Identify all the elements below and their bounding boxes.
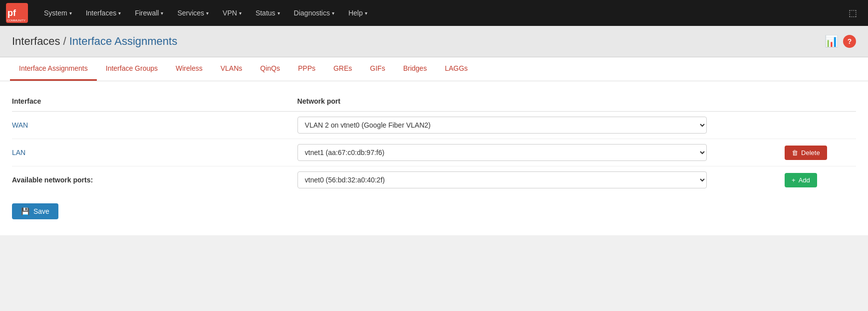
assignments-table: Interface Network port WAN VLAN 2 on vtn…	[12, 93, 856, 193]
nav-item-interfaces[interactable]: Interfaces ▾	[80, 6, 127, 20]
interface-cell-lan: LAN	[12, 139, 297, 166]
tab-bridges[interactable]: Bridges	[394, 57, 436, 81]
main-content: Interface Network port WAN VLAN 2 on vtn…	[0, 81, 868, 235]
available-ports-label-cell: Available network ports:	[12, 166, 297, 194]
brand-logo: pf COMMUNITY	[6, 3, 28, 23]
header-icons: 📊 ?	[825, 35, 856, 48]
delete-button[interactable]: 🗑 Delete	[785, 146, 827, 160]
trash-icon: 🗑	[792, 149, 798, 156]
save-icon: 💾	[21, 207, 29, 215]
port-cell-lan: vtnet1 (aa:67:c0:db:97:f6) VLAN 2 on vtn…	[297, 139, 785, 166]
nav-item-services[interactable]: Services ▾	[171, 6, 215, 20]
table-row: LAN vtnet1 (aa:67:c0:db:97:f6) VLAN 2 on…	[12, 139, 856, 166]
col-header-action	[785, 93, 856, 112]
nav-item-vpn[interactable]: VPN ▾	[217, 6, 248, 20]
available-ports-select-cell: vtnet0 (56:bd:32:a0:40:2f) VLAN 2 on vtn…	[297, 166, 785, 194]
logout-icon[interactable]: ⬚	[844, 5, 862, 21]
tab-gifs[interactable]: GIFs	[361, 57, 394, 81]
svg-text:pf: pf	[7, 8, 16, 18]
lan-port-select[interactable]: vtnet1 (aa:67:c0:db:97:f6) VLAN 2 on vtn…	[297, 144, 707, 161]
tabs: Interface Assignments Interface Groups W…	[10, 57, 858, 81]
nav-item-firewall[interactable]: Firewall ▾	[129, 6, 169, 20]
tab-vlans[interactable]: VLANs	[212, 57, 252, 81]
table-row: WAN VLAN 2 on vtnet0 (Google Fiber VLAN2…	[12, 112, 856, 139]
nav-item-help[interactable]: Help ▾	[342, 6, 373, 20]
help-icon[interactable]: ?	[843, 35, 856, 48]
available-ports-label: Available network ports:	[12, 176, 93, 184]
port-cell-wan: VLAN 2 on vtnet0 (Google Fiber VLAN2) vt…	[297, 112, 785, 139]
navbar: pf COMMUNITY System ▾ Interfaces ▾ Firew…	[0, 0, 868, 26]
wan-link[interactable]: WAN	[12, 121, 28, 129]
chart-icon[interactable]: 📊	[825, 35, 838, 48]
tab-interface-assignments[interactable]: Interface Assignments	[10, 57, 97, 81]
tab-laggs[interactable]: LAGGs	[436, 57, 477, 81]
wan-port-select[interactable]: VLAN 2 on vtnet0 (Google Fiber VLAN2) vt…	[297, 117, 707, 134]
action-cell-wan	[785, 112, 856, 139]
col-header-interface: Interface	[12, 93, 297, 112]
save-button[interactable]: 💾 Save	[12, 203, 58, 219]
plus-icon: +	[792, 176, 796, 184]
svg-text:COMMUNITY: COMMUNITY	[7, 19, 25, 22]
action-cell-lan: 🗑 Delete	[785, 139, 856, 166]
breadcrumb-current: Interface Assignments	[69, 35, 177, 48]
lan-link[interactable]: LAN	[12, 149, 25, 156]
nav-item-system[interactable]: System ▾	[38, 6, 78, 20]
tabs-container: Interface Assignments Interface Groups W…	[0, 57, 868, 81]
breadcrumb-separator: /	[63, 35, 66, 48]
nav-item-diagnostics[interactable]: Diagnostics ▾	[288, 6, 340, 20]
tab-qinqs[interactable]: QinQs	[251, 57, 289, 81]
page-header: Interfaces / Interface Assignments 📊 ?	[0, 26, 868, 57]
navbar-right: ⬚	[844, 7, 862, 18]
action-cell-available: + Add	[785, 166, 856, 194]
interface-cell-wan: WAN	[12, 112, 297, 139]
col-header-network-port: Network port	[297, 93, 785, 112]
breadcrumb: Interfaces / Interface Assignments	[12, 35, 177, 48]
tab-ppps[interactable]: PPPs	[289, 57, 324, 81]
nav-item-status[interactable]: Status ▾	[250, 6, 286, 20]
available-ports-select[interactable]: vtnet0 (56:bd:32:a0:40:2f) VLAN 2 on vtn…	[297, 171, 707, 188]
tab-wireless[interactable]: Wireless	[167, 57, 212, 81]
breadcrumb-parent: Interfaces	[12, 35, 60, 48]
tab-gres[interactable]: GREs	[324, 57, 361, 81]
add-button[interactable]: + Add	[785, 173, 817, 187]
tab-interface-groups[interactable]: Interface Groups	[97, 57, 167, 81]
available-ports-row: Available network ports: vtnet0 (56:bd:3…	[12, 166, 856, 194]
